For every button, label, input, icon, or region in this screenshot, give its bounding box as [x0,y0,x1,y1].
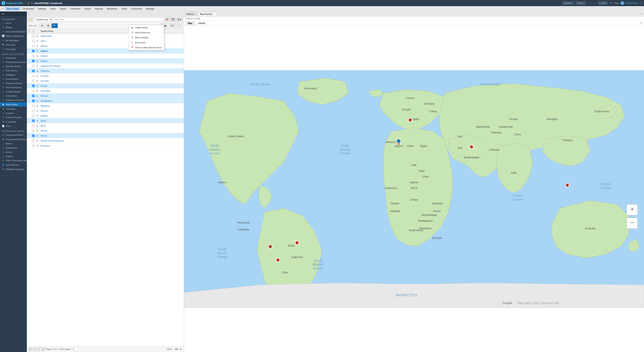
search-settings-button[interactable]: ⚙ ▾ [176,18,183,22]
more-options-button[interactable]: ⋮ [588,1,592,5]
expand-map-button[interactable]: ⤢ [640,21,642,25]
sidebar-item-user-directory[interactable]: 👤 User Directory [0,162,27,167]
row-link[interactable]: Belize [41,120,46,122]
sidebar-item-enumerations[interactable]: ≡ Enumerations [0,77,27,81]
sidebar-item-big-data[interactable]: ≡ Big Data Assets [0,64,27,68]
sidebar-item-lineage-models[interactable]: ≡ Lineage Models [0,90,27,94]
row-link[interactable]: Belgium [41,115,48,117]
sidebar-item-data-graphs[interactable]: ◉ Data Graphs [0,102,27,106]
last-page-button[interactable]: » [41,347,45,351]
row-checkbox[interactable] [32,65,34,67]
sidebar-item-requirements[interactable]: ≡ Requirements Assets [0,60,27,64]
page-input[interactable] [71,348,78,351]
context-edit-assets[interactable]: ✏ Edit assets... [128,40,164,45]
row-link[interactable]: Africa [41,40,46,42]
row-checkbox[interactable] [32,75,34,77]
row-checkbox[interactable] [32,144,34,147]
row-checkbox[interactable] [32,90,34,92]
row-checkbox[interactable] [32,105,34,107]
row-link[interactable]: Azerbaijan [41,90,50,92]
map-results-tab-close[interactable]: ✕ [213,13,215,15]
filter-button[interactable]: ▼ [39,24,45,28]
row-checkbox[interactable] [32,100,34,102]
sidebar-item-issues[interactable]: ≡ Issues [0,150,27,154]
prev-page-button[interactable]: ‹ [33,347,36,351]
type-select[interactable]: Spatial thing [34,18,52,22]
row-link[interactable]: Algeria [41,50,48,52]
menu-item-comments[interactable]: Comments [129,7,144,11]
row-checkbox[interactable] [32,55,34,57]
sidebar-item-org-structure[interactable]: ⊞ Organizational Structure [0,137,27,142]
sidebar-item-reference-datasets[interactable]: ≡ Reference Datasets [0,98,27,102]
row-link[interactable]: Belarus [41,110,48,112]
row-link[interactable]: Bhutan [41,130,47,132]
next-page-button[interactable]: › [37,347,41,351]
menu-item-dashboard[interactable]: Dashboard [21,7,36,11]
columns-button[interactable]: ⊞ [46,24,51,28]
select-all-checkbox[interactable] [32,30,34,32]
row-checkbox[interactable] [32,40,34,42]
pin-search-button[interactable]: 📌 [164,18,170,22]
sidebar-item-metrics[interactable]: … Metrics [0,142,27,146]
more-button[interactable]: ⋮ [177,24,182,28]
menu-item-data-graph[interactable]: Data Graph [4,7,21,11]
sidebar-item-datatypes[interactable]: ≡ Datatypes [0,73,27,77]
algeria-tab[interactable]: Algeria ✕ [185,12,198,16]
row-link[interactable]: Bangladesh [41,100,52,102]
row-checkbox[interactable] [32,140,34,142]
sidebar-item-content-tag-sets[interactable]: ≡ Content Tag Sets [0,115,27,120]
sidebar-item-files[interactable]: 📄 Files [0,124,27,128]
menu-item-workflows[interactable]: Workflows [105,7,119,11]
context-add-asset-list[interactable]: ☰ Add to Asset list [128,30,164,35]
sidebar-item-crosswalks[interactable]: ⇄ Crosswalks [0,120,27,124]
sidebar-item-my-workflows[interactable]: ↻ My Workflows [0,38,27,42]
sidebar-item-technical-assets[interactable]: ≡ Technical Assets [0,85,27,90]
row-checkbox[interactable] [32,115,34,117]
map-results-tab[interactable]: Map Results ✕ [198,12,216,16]
panels-button[interactable]: Panels ▾ [576,1,587,5]
sidebar-item-basket[interactable]: ◻ Basket [0,25,27,30]
close-map-panel-button[interactable]: ✕ [641,13,643,15]
row-link[interactable]: Armenia [41,75,48,77]
row-link[interactable]: Bolivia [41,134,47,137]
star-icon[interactable]: ★ [28,2,30,4]
row-checkbox[interactable] [32,120,34,122]
row-checkbox[interactable] [32,130,34,132]
context-add-basket[interactable]: ☰ Add to Basket [128,35,164,40]
row-link[interactable]: Botswana [41,144,50,147]
sidebar-item-policies[interactable]: ≡ Policies [0,154,27,158]
row-link[interactable]: Benin [41,124,46,127]
save-search-button[interactable]: 💾 [170,18,176,22]
export-button[interactable]: ⊡ ▾ [169,24,176,28]
sidebar-item-find-code[interactable]: 🔍 Find Code [0,42,27,47]
sidebar-item-find-tasks[interactable]: ✓ Find Tasks [0,47,27,52]
row-link[interactable]: Australia [41,80,49,82]
show-select[interactable]: 100 50 25 [173,348,182,351]
row-checkbox[interactable] [32,60,34,62]
row-link[interactable]: Austria [41,85,47,87]
map-view-button[interactable]: Map [186,21,195,25]
row-link[interactable]: Andorra [41,55,48,57]
satellite-view-button[interactable]: Satellite [196,21,208,25]
search-type-icon[interactable]: 📁 [28,18,33,21]
row-link[interactable]: Barbados [41,105,50,107]
row-checkbox[interactable] [32,124,34,127]
row-link[interactable]: Antigua and Barbuda [41,65,60,67]
undo-button[interactable]: ↩ Undo [598,1,608,5]
menu-item-users[interactable]: Users [48,7,58,11]
search-active-button[interactable]: 🔍 [52,24,58,28]
row-checkbox[interactable] [32,110,34,112]
sidebar-item-other-governance[interactable]: ≡ Other Governance Assets [0,158,27,162]
search-text-input[interactable] [53,18,164,22]
row-checkbox[interactable] [32,35,34,37]
row-checkbox[interactable] [32,70,34,72]
menu-item-transform[interactable]: Transform [68,7,82,11]
row-checkbox[interactable] [32,95,34,97]
menu-item-reports[interactable]: Reports [93,7,105,11]
sidebar-item-server-administration[interactable]: ≡ Server Administration [0,30,27,34]
sidebar-item-ontologies[interactable]: ⊕ Ontologies [0,106,27,111]
menu-item-export[interactable]: Export [82,7,93,11]
menu-item-settings[interactable]: Settings [36,7,48,11]
sidebar-item-governance-areas[interactable]: ◎ Governance Areas [0,133,27,137]
redo-button[interactable]: ↷ [609,1,613,5]
